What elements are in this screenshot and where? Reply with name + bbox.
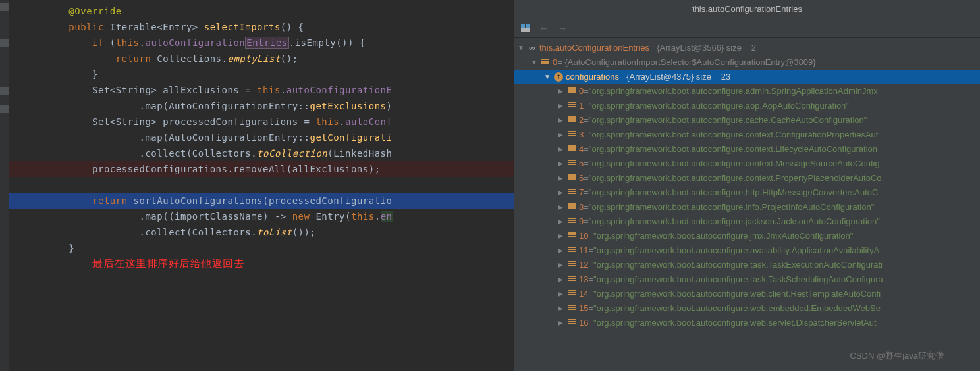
- svg-rect-1: [526, 24, 530, 28]
- code-line[interactable]: if (this.autoConfigurationEntries.isEmpt…: [9, 35, 514, 51]
- tree-node-config[interactable]: ▶ 10 = "org.springframework.boot.autocon…: [514, 229, 980, 243]
- tree-node-config[interactable]: ▶ 12 = "org.springframework.boot.autocon…: [514, 258, 980, 272]
- field-icon: f: [553, 72, 564, 82]
- array-icon: [566, 303, 577, 314]
- tree-node-config[interactable]: ▶ 13 = "org.springframework.boot.autocon…: [514, 272, 980, 287]
- tree-node-config[interactable]: ▶ 1 = "org.springframework.boot.autoconf…: [514, 99, 980, 113]
- svg-rect-2: [521, 28, 530, 32]
- array-icon: [566, 159, 577, 169]
- code-line[interactable]: return Collections.emptyList();: [9, 51, 514, 66]
- tree-node-config[interactable]: ▶ 7 = "org.springframework.boot.autoconf…: [514, 186, 980, 200]
- svg-rect-0: [521, 24, 525, 28]
- array-icon: [566, 260, 577, 270]
- watermark: CSDN @野生java研究僧: [850, 350, 944, 362]
- code-line[interactable]: .collect(Collectors.toCollection(LinkedH…: [9, 145, 514, 161]
- back-arrow-icon: ←: [538, 22, 550, 34]
- layout-icon[interactable]: [520, 22, 531, 34]
- array-icon: [566, 86, 577, 97]
- array-icon: [566, 245, 577, 256]
- code-line[interactable]: Set<String> allExclusions = this.autoCon…: [9, 82, 514, 98]
- code-line[interactable]: public Iterable<Entry> selectImports() {: [9, 19, 514, 35]
- collapse-arrow-icon[interactable]: ▶: [557, 316, 564, 330]
- array-icon: [540, 57, 551, 68]
- code-line[interactable]: @Override: [9, 3, 514, 19]
- debug-toolbar: ← →: [514, 18, 980, 38]
- tree-node-config[interactable]: ▶ 6 = "org.springframework.boot.autoconf…: [514, 171, 980, 186]
- code-line[interactable]: .map((importClassName) -> new Entry(this…: [9, 209, 514, 224]
- tree-node-root[interactable]: ▼ ∞ this.autoConfigurationEntries = {Arr…: [514, 41, 980, 55]
- tree-node-config[interactable]: ▶ 15 = "org.springframework.boot.autocon…: [514, 301, 980, 316]
- tree-node-config[interactable]: ▶ 0 = "org.springframework.boot.autoconf…: [514, 84, 980, 99]
- debug-panel-title: this.autoConfigurationEntries: [514, 0, 980, 18]
- tree-node-config[interactable]: ▶ 3 = "org.springframework.boot.autoconf…: [514, 128, 980, 142]
- collapse-arrow-icon[interactable]: ▶: [557, 272, 564, 287]
- array-icon: [566, 130, 577, 140]
- code-line[interactable]: }: [9, 66, 514, 82]
- code-editor[interactable]: @Override public Iterable<Entry> selectI…: [0, 0, 514, 371]
- code-line-current[interactable]: return sortAutoConfigurations(processedC…: [9, 193, 514, 209]
- tree-node-config[interactable]: ▶ 5 = "org.springframework.boot.autoconf…: [514, 157, 980, 171]
- expand-arrow-icon[interactable]: ▼: [530, 55, 538, 70]
- code-line[interactable]: .collect(Collectors.toList());: [9, 224, 514, 240]
- collapse-arrow-icon[interactable]: ▶: [557, 171, 564, 186]
- tree-node-config[interactable]: ▶ 8 = "org.springframework.boot.autoconf…: [514, 200, 980, 214]
- collapse-arrow-icon[interactable]: ▶: [557, 157, 564, 171]
- array-icon: [566, 101, 577, 111]
- collapse-arrow-icon[interactable]: ▶: [557, 84, 564, 99]
- collapse-arrow-icon[interactable]: ▶: [557, 113, 564, 128]
- annotation-note: 最后在这里排序好后给他返回去: [9, 256, 514, 272]
- collapse-arrow-icon[interactable]: ▶: [557, 142, 564, 157]
- watch-icon: ∞: [527, 43, 537, 53]
- collapse-arrow-icon[interactable]: ▶: [557, 287, 564, 301]
- collapse-arrow-icon[interactable]: ▶: [557, 214, 564, 229]
- variables-tree[interactable]: ▼ ∞ this.autoConfigurationEntries = {Arr…: [514, 38, 980, 371]
- code-line[interactable]: [9, 177, 514, 193]
- collapse-arrow-icon[interactable]: ▶: [557, 186, 564, 200]
- debug-variables-panel: this.autoConfigurationEntries ← → ▼ ∞ th…: [514, 0, 980, 371]
- array-icon: [566, 144, 577, 155]
- collapse-arrow-icon[interactable]: ▶: [557, 128, 564, 142]
- code-line[interactable]: processedConfigurations.removeAll(allExc…: [9, 161, 514, 177]
- array-icon: [566, 173, 577, 184]
- code-line[interactable]: Set<String> processedConfigurations = th…: [9, 114, 514, 130]
- expand-arrow-icon[interactable]: ▼: [543, 70, 551, 84]
- tree-node-config[interactable]: ▶ 4 = "org.springframework.boot.autoconf…: [514, 142, 980, 157]
- collapse-arrow-icon[interactable]: ▶: [557, 99, 564, 113]
- array-icon: [566, 231, 577, 241]
- tree-node-config[interactable]: ▶ 11 = "org.springframework.boot.autocon…: [514, 243, 980, 258]
- collapse-arrow-icon[interactable]: ▶: [557, 229, 564, 243]
- tree-node[interactable]: ▼ 0 = {AutoConfigurationImportSelector$A…: [514, 55, 980, 70]
- editor-gutter: [0, 0, 9, 371]
- array-icon: [566, 187, 577, 198]
- tree-node-selected[interactable]: ▼ f configurations = {ArrayList@4375} si…: [514, 70, 980, 84]
- code-line[interactable]: .map(AutoConfigurationEntry::getConfigur…: [9, 130, 514, 145]
- collapse-arrow-icon[interactable]: ▶: [557, 258, 564, 272]
- tree-node-config[interactable]: ▶ 14 = "org.springframework.boot.autocon…: [514, 287, 980, 301]
- array-icon: [566, 274, 577, 285]
- array-icon: [566, 202, 577, 212]
- array-icon: [566, 216, 577, 227]
- collapse-arrow-icon[interactable]: ▶: [557, 301, 564, 316]
- array-icon: [566, 115, 577, 126]
- array-icon: [566, 289, 577, 299]
- collapse-arrow-icon[interactable]: ▶: [557, 200, 564, 214]
- array-icon: [566, 318, 577, 328]
- tree-node-config[interactable]: ▶ 16 = "org.springframework.boot.autocon…: [514, 316, 980, 330]
- forward-arrow-icon: →: [557, 22, 568, 34]
- code-line[interactable]: .map(AutoConfigurationEntry::getExclusio…: [9, 98, 514, 114]
- tree-node-config[interactable]: ▶ 9 = "org.springframework.boot.autoconf…: [514, 214, 980, 229]
- code-line[interactable]: }: [9, 240, 514, 256]
- expand-arrow-icon[interactable]: ▼: [517, 41, 525, 55]
- collapse-arrow-icon[interactable]: ▶: [557, 243, 564, 258]
- tree-node-config[interactable]: ▶ 2 = "org.springframework.boot.autoconf…: [514, 113, 980, 128]
